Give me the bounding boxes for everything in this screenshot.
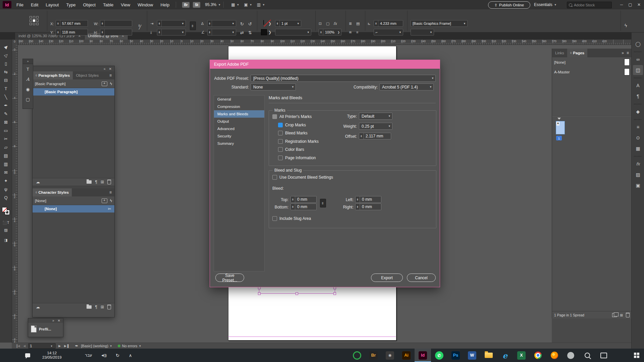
gradient-swatch-tool[interactable]: ▤ — [0, 152, 12, 160]
quick-apply-icon[interactable]: ϟ — [625, 23, 627, 28]
paragraph-style-selected[interactable]: [Basic Paragraph] — [33, 88, 114, 96]
color-theme-icon[interactable]: ◯ — [633, 39, 643, 49]
bleed-right-field[interactable]: ▲▼0 mm — [355, 203, 381, 210]
checkbox-row[interactable]: Page Information — [278, 154, 319, 162]
frame-grid-panel-icon[interactable]: ▢ — [23, 94, 33, 104]
glyphs-panel-icon[interactable]: A — [23, 74, 33, 84]
rectangle-frame-tool[interactable]: ⊠ — [0, 118, 12, 126]
x-position-field[interactable]: ▲▼57.667 mm — [56, 20, 88, 27]
character-style-selected[interactable]: [None] ✄ — [33, 205, 114, 213]
dialog-section-item[interactable]: Compression — [214, 103, 264, 110]
y-position-field[interactable]: ▲▼118 mm — [56, 29, 88, 36]
edit-page-size-icon[interactable] — [612, 313, 617, 317]
page[interactable] — [228, 46, 396, 60]
next-page-icon[interactable]: ▶ — [57, 344, 62, 348]
start-button[interactable] — [629, 349, 644, 362]
screen-mode-icon[interactable]: ◨ — [0, 238, 12, 242]
tab-paragraph-styles[interactable]: ◊ Paragraph Styles — [33, 71, 73, 79]
apply-gradient-icon[interactable]: ▨ — [0, 228, 12, 232]
export-button[interactable]: Export — [371, 274, 403, 282]
menu-item[interactable]: Type — [62, 0, 79, 9]
menu-item[interactable]: Help — [157, 0, 173, 9]
screen-mode-button[interactable]: ▦ ▼ — [231, 2, 239, 7]
previous-page-icon[interactable]: ◀ — [21, 344, 27, 348]
stepper-icon[interactable]: ▲▼ — [275, 20, 280, 26]
language-indicator[interactable]: עבר — [85, 353, 92, 358]
minimize-button[interactable]: ─ — [617, 0, 626, 9]
firefox-app-icon[interactable] — [546, 349, 562, 362]
direct-selection-tool[interactable]: ▷ — [0, 51, 12, 59]
checkbox-row[interactable]: Bleed Marks — [278, 129, 319, 137]
object-styles-panel-icon[interactable]: ▣ — [633, 180, 643, 190]
panel-menu-icon[interactable]: ≡ — [107, 71, 114, 79]
layers-panel-icon[interactable]: ◆ — [633, 107, 643, 117]
tab-pages[interactable]: ◊ Pages — [567, 49, 587, 57]
note-tool[interactable]: ✉ — [0, 168, 12, 177]
publish-online-button[interactable]: ⇧ Publish Online — [488, 1, 530, 9]
expand-panel-icon[interactable]: »≡ — [619, 49, 632, 57]
rotate-ccw-icon[interactable]: ↺ — [248, 21, 252, 26]
taskbar-clock[interactable]: 14:12 23/05/2019 — [42, 351, 62, 360]
close-button[interactable]: ✕ — [635, 0, 643, 9]
dialog-section-item[interactable]: General — [214, 96, 264, 103]
frame-handle[interactable] — [296, 292, 298, 295]
create-style-icon[interactable]: ⊞ — [101, 180, 104, 184]
eyedropper-tool[interactable]: ✦ — [0, 177, 12, 185]
dialog-section-item[interactable]: Output — [214, 118, 264, 125]
effects-panel-icon[interactable]: fx — [633, 159, 643, 169]
new-style-icon[interactable]: + — [102, 198, 107, 203]
close-panel-icon[interactable]: ✕ — [109, 67, 112, 71]
create-style-icon[interactable]: ⊞ — [101, 305, 104, 309]
stepper-icon[interactable]: ▲▼ — [157, 29, 162, 35]
indesign-app-icon[interactable]: Id — [415, 349, 431, 362]
character-panel-icon[interactable]: T — [23, 64, 33, 74]
marks-type-dropdown[interactable]: Default▼ — [359, 113, 392, 120]
height-field[interactable]: ▲▼ — [100, 29, 132, 36]
utility-app-icon[interactable]: ✳ — [382, 349, 398, 362]
character-styles-panel-icon[interactable]: A — [633, 80, 643, 90]
checkbox[interactable] — [272, 114, 277, 119]
gradient-swatch-dropdown[interactable]: ▼ — [411, 29, 434, 36]
illustrator-app-icon[interactable]: Ai — [398, 349, 415, 362]
fill-none-swatch[interactable] — [2, 207, 7, 212]
dialog-section-item[interactable]: Summary — [214, 140, 264, 147]
fx-icon[interactable]: fx — [333, 21, 337, 26]
chevron-down-icon[interactable]: ▼ — [139, 345, 142, 348]
new-style-icon[interactable]: + — [102, 81, 107, 86]
rectangle-tool[interactable]: ▭ — [0, 126, 12, 135]
stepper-icon[interactable]: ▲▼ — [374, 20, 378, 26]
bleed-bottom-field[interactable]: ▲▼0 mm — [290, 203, 317, 210]
reference-point-proxy[interactable] — [30, 16, 38, 25]
stepper-icon[interactable]: ▲▼ — [208, 20, 212, 26]
selection-tool[interactable]: ▶ — [0, 43, 12, 51]
view-options-button[interactable]: ▣ ▼ — [244, 2, 252, 7]
opacity-field[interactable]: ▲▼100%❯ — [319, 29, 341, 36]
master-page-row[interactable]: A-Master — [552, 67, 632, 77]
stepper-icon[interactable]: ▲▼ — [100, 29, 105, 35]
checkbox-row[interactable]: All Printer's Marks — [272, 113, 319, 121]
workspace-switcher[interactable]: Essentials▼ — [534, 1, 557, 8]
last-page-icon[interactable]: ▶▐ — [62, 344, 70, 348]
corner-shape-dropdown[interactable]: ⌐▼ — [374, 29, 403, 36]
stroke-weight-field[interactable]: ▲▼1 pt▼ — [275, 20, 301, 27]
expand-panels-button[interactable]: » — [23, 59, 33, 64]
checkbox-row[interactable]: Registration Marks — [278, 137, 319, 146]
dialog-section-item[interactable]: Marks and Bleeds — [214, 110, 264, 118]
menu-item[interactable]: Table — [99, 0, 117, 9]
page-tool[interactable]: ▯ — [0, 59, 12, 68]
drop-shadow-icon[interactable]: ▢ — [326, 21, 329, 26]
checkbox-row[interactable]: Color Bars — [278, 145, 319, 154]
collapse-panel-icon[interactable]: « — [104, 67, 106, 71]
file-explorer-app-icon[interactable] — [480, 349, 497, 362]
restore-button[interactable]: ▢ — [626, 0, 635, 9]
error-status[interactable]: No errors — [122, 344, 138, 348]
stepper-icon[interactable]: ▲▼ — [291, 204, 295, 210]
free-transform-tool[interactable]: ▱ — [0, 143, 12, 152]
pen-tool[interactable]: ✒ — [0, 101, 12, 110]
menu-item[interactable]: Edit — [27, 0, 42, 9]
ruler-origin[interactable]: 0 — [12, 40, 18, 45]
paragraph-mark-icon[interactable]: ¶ — [95, 305, 97, 309]
menu-item[interactable]: View — [117, 0, 134, 9]
align-icons[interactable]: ≋ — [349, 30, 352, 35]
sync-icon[interactable]: ↻ — [116, 353, 119, 358]
